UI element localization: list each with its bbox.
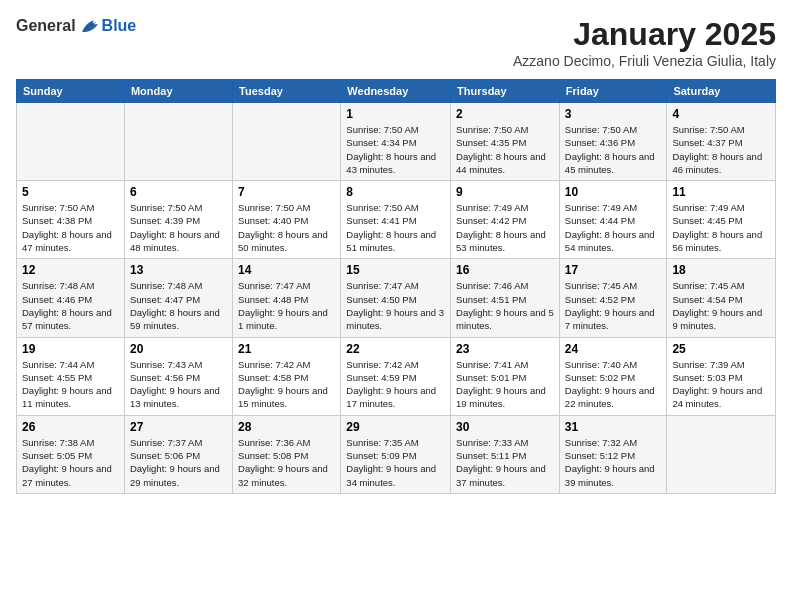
cell-info: Sunrise: 7:49 AM Sunset: 4:45 PM Dayligh… (672, 201, 770, 254)
calendar-cell: 21Sunrise: 7:42 AM Sunset: 4:58 PM Dayli… (233, 337, 341, 415)
calendar-cell: 16Sunrise: 7:46 AM Sunset: 4:51 PM Dayli… (451, 259, 560, 337)
date-number: 30 (456, 420, 554, 434)
cell-info: Sunrise: 7:44 AM Sunset: 4:55 PM Dayligh… (22, 358, 119, 411)
date-number: 25 (672, 342, 770, 356)
calendar-cell: 19Sunrise: 7:44 AM Sunset: 4:55 PM Dayli… (17, 337, 125, 415)
cell-info: Sunrise: 7:35 AM Sunset: 5:09 PM Dayligh… (346, 436, 445, 489)
cell-info: Sunrise: 7:49 AM Sunset: 4:42 PM Dayligh… (456, 201, 554, 254)
logo-bird-icon (78, 16, 102, 36)
date-number: 26 (22, 420, 119, 434)
calendar-cell: 20Sunrise: 7:43 AM Sunset: 4:56 PM Dayli… (124, 337, 232, 415)
cell-info: Sunrise: 7:50 AM Sunset: 4:38 PM Dayligh… (22, 201, 119, 254)
logo-general-text: General (16, 17, 76, 35)
date-number: 23 (456, 342, 554, 356)
logo-blue-text: Blue (102, 17, 137, 35)
calendar-cell: 22Sunrise: 7:42 AM Sunset: 4:59 PM Dayli… (341, 337, 451, 415)
date-number: 11 (672, 185, 770, 199)
calendar-cell: 9Sunrise: 7:49 AM Sunset: 4:42 PM Daylig… (451, 181, 560, 259)
cell-info: Sunrise: 7:47 AM Sunset: 4:48 PM Dayligh… (238, 279, 335, 332)
calendar-cell: 30Sunrise: 7:33 AM Sunset: 5:11 PM Dayli… (451, 415, 560, 493)
date-number: 4 (672, 107, 770, 121)
cell-info: Sunrise: 7:49 AM Sunset: 4:44 PM Dayligh… (565, 201, 662, 254)
calendar-cell (17, 103, 125, 181)
calendar-cell: 11Sunrise: 7:49 AM Sunset: 4:45 PM Dayli… (667, 181, 776, 259)
calendar-cell: 27Sunrise: 7:37 AM Sunset: 5:06 PM Dayli… (124, 415, 232, 493)
date-number: 3 (565, 107, 662, 121)
date-number: 27 (130, 420, 227, 434)
cell-info: Sunrise: 7:50 AM Sunset: 4:41 PM Dayligh… (346, 201, 445, 254)
cell-info: Sunrise: 7:50 AM Sunset: 4:34 PM Dayligh… (346, 123, 445, 176)
calendar-cell: 13Sunrise: 7:48 AM Sunset: 4:47 PM Dayli… (124, 259, 232, 337)
cell-info: Sunrise: 7:33 AM Sunset: 5:11 PM Dayligh… (456, 436, 554, 489)
cell-info: Sunrise: 7:50 AM Sunset: 4:35 PM Dayligh… (456, 123, 554, 176)
weekday-header-saturday: Saturday (667, 80, 776, 103)
calendar-week-2: 5Sunrise: 7:50 AM Sunset: 4:38 PM Daylig… (17, 181, 776, 259)
calendar-cell: 18Sunrise: 7:45 AM Sunset: 4:54 PM Dayli… (667, 259, 776, 337)
calendar-week-5: 26Sunrise: 7:38 AM Sunset: 5:05 PM Dayli… (17, 415, 776, 493)
calendar-cell (233, 103, 341, 181)
cell-info: Sunrise: 7:39 AM Sunset: 5:03 PM Dayligh… (672, 358, 770, 411)
calendar-cell: 23Sunrise: 7:41 AM Sunset: 5:01 PM Dayli… (451, 337, 560, 415)
date-number: 14 (238, 263, 335, 277)
weekday-header-wednesday: Wednesday (341, 80, 451, 103)
date-number: 28 (238, 420, 335, 434)
calendar-week-1: 1Sunrise: 7:50 AM Sunset: 4:34 PM Daylig… (17, 103, 776, 181)
weekday-header-friday: Friday (559, 80, 667, 103)
date-number: 21 (238, 342, 335, 356)
calendar-cell: 26Sunrise: 7:38 AM Sunset: 5:05 PM Dayli… (17, 415, 125, 493)
calendar-body: 1Sunrise: 7:50 AM Sunset: 4:34 PM Daylig… (17, 103, 776, 494)
date-number: 17 (565, 263, 662, 277)
date-number: 9 (456, 185, 554, 199)
date-number: 8 (346, 185, 445, 199)
calendar-week-4: 19Sunrise: 7:44 AM Sunset: 4:55 PM Dayli… (17, 337, 776, 415)
date-number: 2 (456, 107, 554, 121)
calendar-cell (667, 415, 776, 493)
logo: General Blue (16, 16, 136, 36)
calendar-cell: 31Sunrise: 7:32 AM Sunset: 5:12 PM Dayli… (559, 415, 667, 493)
calendar-cell: 8Sunrise: 7:50 AM Sunset: 4:41 PM Daylig… (341, 181, 451, 259)
calendar-week-3: 12Sunrise: 7:48 AM Sunset: 4:46 PM Dayli… (17, 259, 776, 337)
cell-info: Sunrise: 7:47 AM Sunset: 4:50 PM Dayligh… (346, 279, 445, 332)
calendar-cell: 25Sunrise: 7:39 AM Sunset: 5:03 PM Dayli… (667, 337, 776, 415)
calendar-cell: 6Sunrise: 7:50 AM Sunset: 4:39 PM Daylig… (124, 181, 232, 259)
calendar-cell: 24Sunrise: 7:40 AM Sunset: 5:02 PM Dayli… (559, 337, 667, 415)
cell-info: Sunrise: 7:40 AM Sunset: 5:02 PM Dayligh… (565, 358, 662, 411)
location-title: Azzano Decimo, Friuli Venezia Giulia, It… (513, 53, 776, 69)
date-number: 19 (22, 342, 119, 356)
calendar-cell: 2Sunrise: 7:50 AM Sunset: 4:35 PM Daylig… (451, 103, 560, 181)
date-number: 6 (130, 185, 227, 199)
calendar-cell: 14Sunrise: 7:47 AM Sunset: 4:48 PM Dayli… (233, 259, 341, 337)
cell-info: Sunrise: 7:41 AM Sunset: 5:01 PM Dayligh… (456, 358, 554, 411)
calendar-cell (124, 103, 232, 181)
cell-info: Sunrise: 7:46 AM Sunset: 4:51 PM Dayligh… (456, 279, 554, 332)
weekday-header-tuesday: Tuesday (233, 80, 341, 103)
cell-info: Sunrise: 7:37 AM Sunset: 5:06 PM Dayligh… (130, 436, 227, 489)
cell-info: Sunrise: 7:43 AM Sunset: 4:56 PM Dayligh… (130, 358, 227, 411)
date-number: 16 (456, 263, 554, 277)
cell-info: Sunrise: 7:48 AM Sunset: 4:47 PM Dayligh… (130, 279, 227, 332)
calendar-cell: 10Sunrise: 7:49 AM Sunset: 4:44 PM Dayli… (559, 181, 667, 259)
date-number: 29 (346, 420, 445, 434)
weekday-header-thursday: Thursday (451, 80, 560, 103)
date-number: 18 (672, 263, 770, 277)
cell-info: Sunrise: 7:50 AM Sunset: 4:39 PM Dayligh… (130, 201, 227, 254)
date-number: 20 (130, 342, 227, 356)
calendar-cell: 4Sunrise: 7:50 AM Sunset: 4:37 PM Daylig… (667, 103, 776, 181)
calendar-table: SundayMondayTuesdayWednesdayThursdayFrid… (16, 79, 776, 494)
date-number: 1 (346, 107, 445, 121)
weekday-header-sunday: Sunday (17, 80, 125, 103)
weekday-header-row: SundayMondayTuesdayWednesdayThursdayFrid… (17, 80, 776, 103)
cell-info: Sunrise: 7:32 AM Sunset: 5:12 PM Dayligh… (565, 436, 662, 489)
calendar-cell: 12Sunrise: 7:48 AM Sunset: 4:46 PM Dayli… (17, 259, 125, 337)
date-number: 22 (346, 342, 445, 356)
cell-info: Sunrise: 7:50 AM Sunset: 4:36 PM Dayligh… (565, 123, 662, 176)
cell-info: Sunrise: 7:50 AM Sunset: 4:40 PM Dayligh… (238, 201, 335, 254)
date-number: 10 (565, 185, 662, 199)
calendar-cell: 7Sunrise: 7:50 AM Sunset: 4:40 PM Daylig… (233, 181, 341, 259)
weekday-header-monday: Monday (124, 80, 232, 103)
page-header: General Blue January 2025 Azzano Decimo,… (16, 16, 776, 69)
date-number: 24 (565, 342, 662, 356)
cell-info: Sunrise: 7:42 AM Sunset: 4:58 PM Dayligh… (238, 358, 335, 411)
date-number: 7 (238, 185, 335, 199)
cell-info: Sunrise: 7:42 AM Sunset: 4:59 PM Dayligh… (346, 358, 445, 411)
